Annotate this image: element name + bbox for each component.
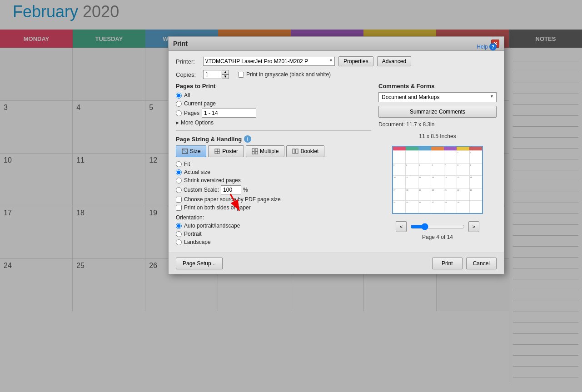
copies-down-button[interactable]: ▼ [222,74,229,79]
page-info: Page 4 of 14 [378,234,497,240]
multiple-icon [252,148,258,154]
print-both-sides-option: Print on both sides of paper [176,204,371,211]
radio-shrink-label: Shrink oversized pages [184,177,241,184]
radio-all[interactable] [176,93,182,99]
radio-auto[interactable] [176,223,182,229]
preview-cell: 28 [444,201,457,213]
radio-landscape-label: Landscape [184,239,211,245]
booklet-icon [292,148,298,154]
choose-paper-checkbox[interactable] [176,197,182,203]
printer-select[interactable]: \\TOMCAT\HP LaserJet Pro M201-M202 P [203,57,335,66]
preview-cell [418,151,431,163]
prev-page-button[interactable]: < [396,221,407,232]
printer-row: Printer: \\TOMCAT\HP LaserJet Pro M201-M… [176,56,497,66]
preview-cell: 6 [431,164,444,176]
grayscale-checkbox[interactable] [238,72,244,78]
preview-cell: 29 [457,201,470,213]
radio-portrait[interactable] [176,231,182,237]
multiple-button[interactable]: Multiple [246,145,284,157]
choose-paper-option: Choose paper source by PDF page size [176,196,371,203]
radio-portrait-label: Portrait [184,231,202,237]
grayscale-option: Print in grayscale (black and white) [238,71,331,78]
help-link[interactable]: Help ? [477,43,497,50]
preview-cell [470,201,482,213]
radio-fit-label: Fit [184,161,190,167]
copies-input[interactable] [203,70,221,79]
radio-current[interactable] [176,101,182,107]
radio-pages-option: Pages [176,109,371,118]
radio-pages[interactable] [176,110,182,116]
preview-cell: 7 [444,164,457,176]
next-page-button[interactable]: > [468,221,479,232]
preview-row: 3 4 5 6 7 8 9 [393,163,482,176]
properties-button[interactable]: Properties [338,56,373,66]
radio-portrait-option: Portrait [176,231,371,237]
footer-buttons: Print Cancel [432,258,497,269]
comments-select[interactable]: Document and Markups Document Form Field… [378,92,497,102]
preview-cell [406,151,418,163]
scale-input[interactable] [221,185,241,194]
preview-cell: 5 [418,164,431,176]
page-setup-button[interactable]: Page Setup... [176,258,223,269]
dialog-footer: Page Setup... Print Cancel [169,253,504,274]
preview-rows: 1 2 3 4 5 6 7 8 [393,150,482,213]
custom-scale-option: Custom Scale: % [176,185,371,194]
print-both-sides-checkbox[interactable] [176,205,182,211]
preview-section: 11 x 8.5 Inches [378,133,497,240]
preview-cell: 2 [470,151,482,163]
svg-rect-2 [215,149,217,151]
preview-cell: 25 [406,201,418,213]
pages-range-input[interactable] [202,109,256,118]
print-both-sides-label: Print on both sides of paper [184,204,251,211]
radio-shrink[interactable] [176,178,182,184]
preview-cell [393,151,406,163]
preview-cell: 8 [457,164,470,176]
separator [176,130,371,131]
radio-fit-option: Fit [176,161,371,167]
radio-auto-label: Auto portrait/landscape [184,223,240,229]
more-options[interactable]: ▶ More Options [176,119,371,126]
advanced-button[interactable]: Advanced [377,56,411,66]
svg-rect-3 [217,149,219,151]
preview-cell: 23 [470,189,482,201]
print-button[interactable]: Print [432,258,463,269]
orientation-label: Orientation: [176,214,371,221]
radio-shrink-option: Shrink oversized pages [176,177,371,184]
preview-cell: 13 [431,176,444,188]
comments-forms-section: Comments & Forms Document and Markups Do… [378,83,497,128]
radio-custom-scale[interactable] [176,187,182,193]
preview-cell: 22 [457,189,470,201]
preview-cell: 24 [393,201,406,213]
radio-fit[interactable] [176,161,182,167]
radio-all-label: All [184,92,190,99]
size-button[interactable]: Size [176,145,206,157]
preview-cell: 21 [444,189,457,201]
cancel-button[interactable]: Cancel [466,258,497,269]
copies-spinner: ▲ ▼ [222,70,229,79]
svg-rect-8 [252,152,254,154]
radio-all-option: All [176,92,371,99]
poster-button[interactable]: Poster [208,145,244,157]
summarize-comments-button[interactable]: Summarize Comments [378,106,497,118]
comments-section-title: Comments & Forms [378,83,497,89]
pages-section-title: Pages to Print [176,83,371,89]
preview-cal-header [393,147,482,150]
help-icon: ? [489,43,497,50]
page-slider[interactable] [410,223,465,230]
preview-cell: 16 [470,176,482,188]
comments-select-wrap: Document and Markups Document Form Field… [378,92,497,102]
more-options-label: More Options [181,119,214,126]
poster-icon [214,148,220,154]
arrow-container: Choose paper source by PDF page size [176,196,371,203]
radio-actual[interactable] [176,169,182,175]
preview-cell: 4 [406,164,418,176]
svg-rect-11 [296,149,298,154]
copies-up-button[interactable]: ▲ [222,70,229,74]
radio-landscape[interactable] [176,239,182,245]
preview-cell: 10 [393,176,406,188]
dialog-body: Help ? Printer: \\TOMCAT\HP LaserJet Pro… [169,51,504,253]
preview-cell: 17 [393,189,406,201]
orientation-section: Orientation: Auto portrait/landscape Por… [176,214,371,245]
booklet-button[interactable]: Booklet [286,145,324,157]
svg-rect-4 [215,151,217,154]
